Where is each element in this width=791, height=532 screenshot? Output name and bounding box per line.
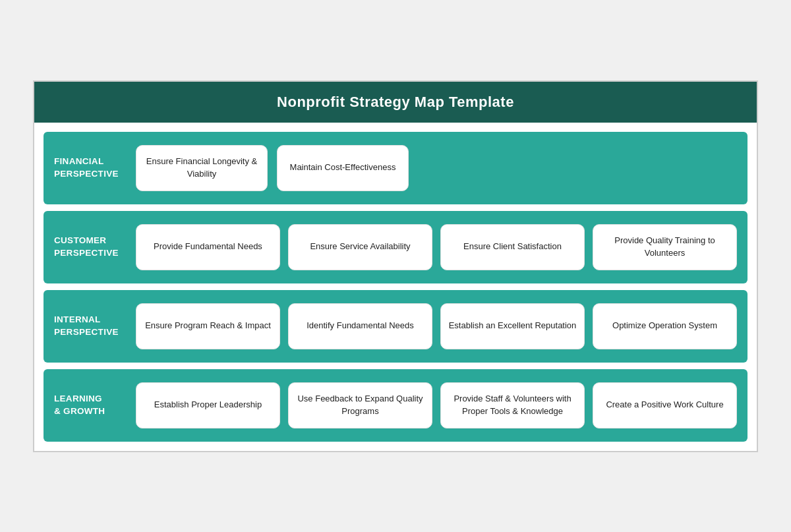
card-customer-3: Provide Quality Training to Volunteers	[593, 224, 737, 270]
card-learning-2: Provide Staff & Volunteers with Proper T…	[440, 382, 585, 429]
card-financial-0: Ensure Financial Longevity & Viability	[136, 145, 268, 191]
title-bar: Nonprofit Strategy Map Template	[34, 82, 757, 123]
card-internal-1: Identify Fundamental Needs	[288, 303, 432, 349]
perspective-row-customer: CUSTOMER PERSPECTIVEProvide Fundamental …	[44, 211, 747, 283]
cards-container-learning: Establish Proper LeadershipUse Feedback …	[136, 382, 737, 429]
perspective-label-internal: INTERNAL PERSPECTIVE	[54, 314, 127, 338]
card-customer-2: Ensure Client Satisfaction	[440, 224, 585, 270]
card-learning-0: Establish Proper Leadership	[136, 382, 280, 429]
card-learning-1: Use Feedback to Expand Quality Programs	[288, 382, 432, 429]
card-internal-2: Establish an Excellent Reputation	[440, 303, 585, 349]
perspective-label-learning: LEARNING & GROWTH	[54, 393, 127, 417]
content-area: FINANCIAL PERSPECTIVEEnsure Financial Lo…	[34, 123, 757, 451]
perspective-row-learning: LEARNING & GROWTHEstablish Proper Leader…	[44, 369, 747, 442]
cards-container-internal: Ensure Program Reach & ImpactIdentify Fu…	[136, 303, 737, 349]
page-title: Nonprofit Strategy Map Template	[47, 94, 744, 111]
card-internal-0: Ensure Program Reach & Impact	[136, 303, 280, 349]
card-learning-3: Create a Positive Work Culture	[593, 382, 737, 429]
perspective-row-internal: INTERNAL PERSPECTIVEEnsure Program Reach…	[44, 290, 747, 363]
card-financial-1: Maintain Cost-Effectiveness	[277, 145, 409, 191]
cards-container-financial: Ensure Financial Longevity & ViabilityMa…	[136, 145, 737, 191]
perspective-row-financial: FINANCIAL PERSPECTIVEEnsure Financial Lo…	[44, 132, 747, 204]
perspective-label-financial: FINANCIAL PERSPECTIVE	[54, 156, 127, 179]
perspective-label-customer: CUSTOMER PERSPECTIVE	[54, 235, 127, 258]
card-customer-1: Ensure Service Availability	[288, 224, 432, 270]
cards-container-customer: Provide Fundamental NeedsEnsure Service …	[136, 224, 737, 270]
card-internal-3: Optimize Operation System	[593, 303, 737, 349]
card-customer-0: Provide Fundamental Needs	[136, 224, 280, 270]
strategy-map: Nonprofit Strategy Map Template FINANCIA…	[33, 80, 758, 452]
